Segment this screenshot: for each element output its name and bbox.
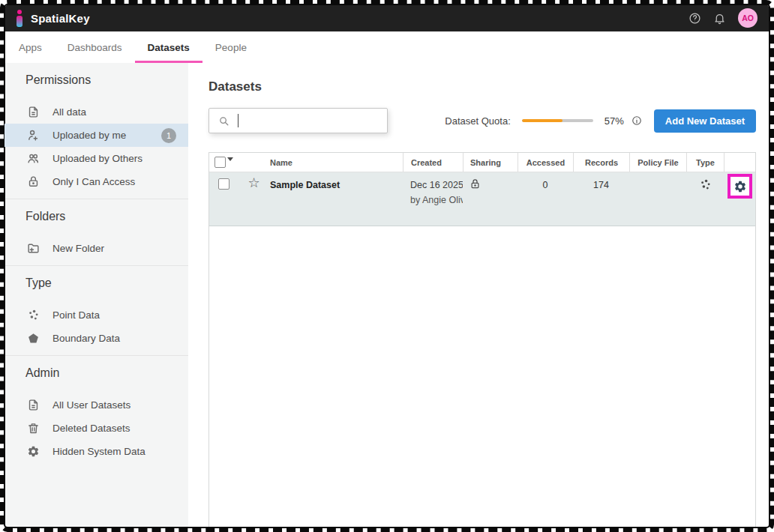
brand: SpatialKey [16,10,90,27]
top-bar: SpatialKey AO [4,4,770,31]
sidebar-item-label: Only I Can Access [52,176,135,187]
select-all-cell [209,153,238,172]
sidebar: Permissions All data Uploaded by me 1 Up… [4,63,188,528]
tab-dashboards[interactable]: Dashboards [55,31,135,63]
select-all-checkbox[interactable] [214,157,226,168]
sidebar-item-label: Deleted Datasets [52,423,130,434]
add-new-dataset-button[interactable]: Add New Dataset [654,109,756,133]
table-empty-area [209,226,755,527]
favorite-column-spacer [238,153,270,172]
sidebar-item-label: Hidden System Data [52,446,146,457]
content-area: Permissions All data Uploaded by me 1 Up… [4,63,770,528]
boundary-data-icon [27,332,40,345]
sidebar-item-label: Boundary Data [52,333,120,344]
new-folder-icon [27,242,40,255]
column-header-name[interactable]: Name [270,153,403,172]
sidebar-item-label: Uploaded by Others [52,153,142,164]
lock-icon [470,178,481,190]
column-header-type[interactable]: Type [686,153,724,172]
select-all-caret-icon[interactable] [227,157,233,161]
notifications-bell-icon[interactable] [713,12,726,25]
table-row[interactable]: ☆ Sample Dataset Dec 16 2025 2: by Angie… [209,172,755,226]
trash-icon [27,422,40,435]
quota-and-actions: Dataset Quota: 57% Add New Dataset [445,109,756,133]
tab-people[interactable]: People [202,31,260,63]
type-cell [686,172,724,226]
column-header-policy-file[interactable]: Policy File [629,153,686,172]
created-cell: Dec 16 2025 2: by Angie Olive [403,172,463,226]
app-title: SpatialKey [31,12,90,25]
column-header-records[interactable]: Records [573,153,629,172]
sidebar-item-label: Uploaded by me [52,130,126,141]
section-heading: Admin [26,366,188,381]
quota-percent: 57% [604,115,624,127]
toolbar: Dataset Quota: 57% Add New Dataset [208,108,756,133]
sidebar-section-admin: Admin All User Datasets Deleted Datasets… [4,356,188,468]
document-icon [27,106,40,118]
section-heading: Folders [26,210,188,225]
point-data-icon [699,178,712,191]
main-panel: Datasets Dataset Quota: 57% Add New Data… [188,63,770,528]
quota-progress-bar [522,119,593,122]
help-icon[interactable] [688,12,701,25]
sidebar-item-label: Point Data [52,309,100,321]
gear-icon [27,445,40,458]
policy-file-cell [629,172,686,226]
sidebar-item-uploaded-by-others[interactable]: Uploaded by Others [4,147,188,170]
section-heading: Permissions [26,73,188,88]
sidebar-item-hidden-system-data[interactable]: Hidden System Data [4,440,188,463]
person-add-icon [27,129,40,142]
primary-nav: Apps Dashboards Datasets People [4,31,770,63]
sidebar-section-permissions: Permissions All data Uploaded by me 1 Up… [4,63,188,199]
gear-icon[interactable] [734,180,747,193]
sidebar-item-point-data[interactable]: Point Data [4,303,188,327]
search-box[interactable] [208,108,388,133]
row-checkbox[interactable] [218,178,230,190]
page-title: Datasets [208,79,770,94]
row-settings-highlight-box[interactable] [728,174,752,199]
sidebar-section-folders: Folders New Folder [4,199,188,266]
accessed-count: 0 [518,172,573,226]
dataset-name[interactable]: Sample Dataset [270,172,403,226]
sidebar-item-label: New Folder [52,243,104,254]
dataset-quota-label: Dataset Quota: [445,115,510,127]
sidebar-item-new-folder[interactable]: New Folder [4,237,188,260]
sidebar-item-label: All data [52,106,86,118]
sidebar-item-all-data[interactable]: All data [4,100,188,124]
tab-apps[interactable]: Apps [6,31,55,63]
app-window: SpatialKey AO Apps Dashboards Datasets P… [0,0,774,532]
row-checkbox-cell [209,172,238,226]
user-avatar[interactable]: AO [738,8,758,28]
logo-bar [16,16,22,27]
logo-dot [17,10,22,14]
created-date: Dec 16 2025 2: [410,180,463,190]
section-heading: Type [26,276,188,291]
row-actions-cell [724,172,756,226]
sidebar-item-deleted-datasets[interactable]: Deleted Datasets [4,417,188,440]
sidebar-item-all-user-datasets[interactable]: All User Datasets [4,393,188,417]
sidebar-item-uploaded-by-me[interactable]: Uploaded by me 1 [4,124,188,147]
point-data-icon [27,309,40,321]
sidebar-section-type: Type Point Data Boundary Data [4,266,188,356]
column-header-sharing[interactable]: Sharing [463,153,518,172]
sharing-cell [463,172,518,226]
spatialkey-logo-icon [16,10,22,27]
sidebar-item-boundary-data[interactable]: Boundary Data [4,327,188,350]
count-badge: 1 [161,128,176,143]
sidebar-item-only-i-can-access[interactable]: Only I Can Access [4,170,188,193]
info-icon[interactable] [632,115,642,126]
actions-column-spacer [724,153,756,172]
quota-progress-fill [522,119,562,122]
column-header-created[interactable]: Created [403,153,463,172]
tab-datasets[interactable]: Datasets [135,31,202,63]
table-header-row: Name Created Sharing Accessed Records Po… [209,153,755,172]
star-icon[interactable]: ☆ [248,176,260,226]
datasets-table: Name Created Sharing Accessed Records Po… [208,152,756,528]
column-header-accessed[interactable]: Accessed [518,153,573,172]
created-by: by Angie Olive [410,195,463,205]
search-input[interactable] [238,115,381,127]
topbar-actions: AO [688,8,758,28]
records-count: 174 [573,172,629,226]
row-favorite-cell: ☆ [238,172,270,226]
sidebar-item-label: All User Datasets [52,399,130,411]
